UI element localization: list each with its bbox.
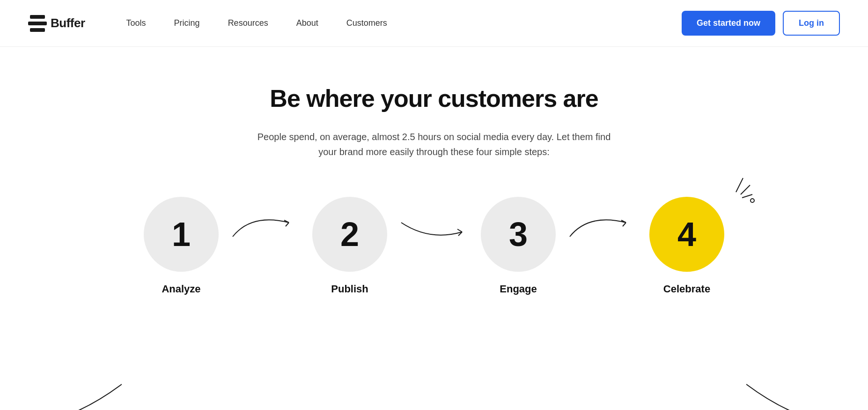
step-2: 2 Publish: [312, 197, 387, 295]
nav-pricing[interactable]: Pricing: [174, 18, 200, 28]
arrow-1-2: [219, 209, 312, 246]
step-1-label: Analyze: [162, 283, 200, 295]
main-content: Be where your customers are People spend…: [0, 47, 868, 295]
svg-point-6: [750, 199, 754, 202]
step-2-circle: 2: [312, 197, 387, 272]
svg-line-4: [741, 185, 750, 194]
right-side-arrow: [746, 375, 859, 410]
nav-actions: Get started now Log in: [682, 11, 840, 36]
get-started-button[interactable]: Get started now: [682, 11, 775, 36]
hero-headline: Be where your customers are: [270, 84, 598, 112]
svg-rect-1: [28, 22, 47, 25]
step-3: 3 Engage: [481, 197, 556, 295]
arrow-2-3: [387, 209, 481, 246]
step-1-circle: 1: [144, 197, 219, 272]
hero-subtext: People spend, on average, almost 2.5 hou…: [256, 129, 612, 159]
nav-tools[interactable]: Tools: [126, 18, 146, 28]
step-4-number: 4: [677, 217, 696, 251]
navbar: Buffer Tools Pricing Resources About Cus…: [0, 0, 868, 47]
svg-rect-2: [30, 28, 45, 32]
step-3-circle: 3: [481, 197, 556, 272]
nav-resources[interactable]: Resources: [228, 18, 268, 28]
nav-about[interactable]: About: [296, 18, 318, 28]
logo-text: Buffer: [51, 16, 85, 30]
svg-line-5: [742, 194, 752, 198]
nav-customers[interactable]: Customers: [346, 18, 387, 28]
arrow-3-4: [556, 209, 649, 246]
steps-list: 1 Analyze 2 Publish: [0, 197, 868, 295]
step-3-label: Engage: [500, 283, 537, 295]
svg-line-3: [736, 178, 743, 192]
buffer-logo-icon: [28, 15, 47, 32]
logo-area: Buffer Tools Pricing Resources About Cus…: [28, 15, 387, 32]
svg-rect-0: [30, 15, 45, 19]
step-4-circle: 4: [649, 197, 724, 272]
step-1: 1 Analyze: [144, 197, 219, 295]
left-side-arrow: [9, 375, 122, 410]
step-4-label: Celebrate: [663, 283, 710, 295]
nav-links: Tools Pricing Resources About Customers: [126, 18, 387, 28]
login-button[interactable]: Log in: [783, 11, 840, 36]
step-3-number: 3: [509, 217, 528, 251]
sparkle-decoration: [715, 173, 757, 216]
step-2-number: 2: [340, 217, 359, 251]
step-4: 4 Celebrate: [649, 197, 724, 295]
step-2-label: Publish: [331, 283, 368, 295]
steps-section: 1 Analyze 2 Publish: [0, 197, 868, 295]
step-1-number: 1: [172, 217, 191, 251]
